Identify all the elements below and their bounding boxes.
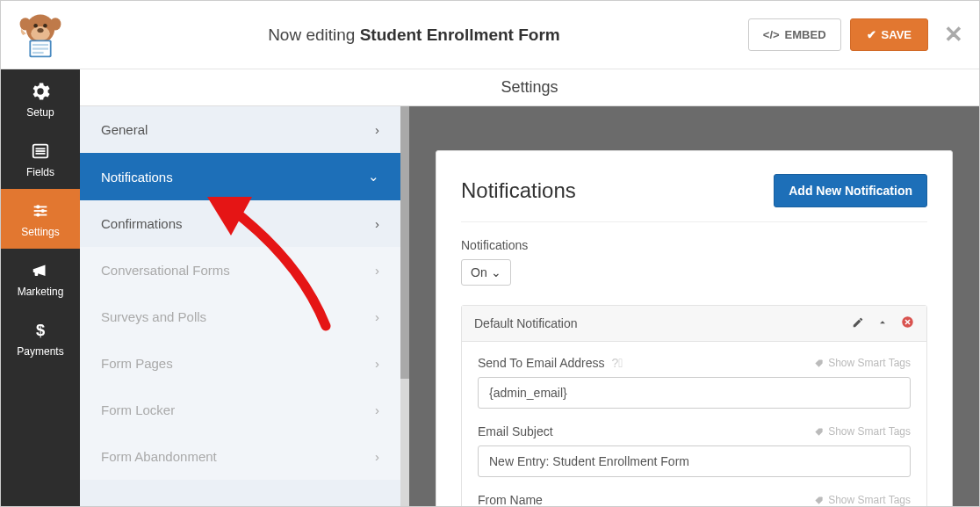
tag-icon	[814, 496, 824, 505]
scrollbar-track[interactable]	[400, 106, 409, 507]
chevron-right-icon: ›	[375, 309, 379, 324]
embed-label: EMBED	[785, 28, 826, 41]
sliders-icon	[31, 201, 50, 221]
sidenav-label: Marketing	[18, 286, 64, 298]
tag-icon	[814, 427, 824, 437]
embed-button[interactable]: </> EMBED	[748, 18, 841, 51]
send-to-label: Send To Email Address ?⃝	[478, 356, 623, 370]
notifications-panel: Notifications Add New Notification Notif…	[436, 150, 953, 507]
sidenav-item-settings[interactable]: Settings	[1, 189, 80, 249]
svg-point-6	[37, 27, 43, 32]
chevron-down-icon: ⌄	[491, 265, 501, 279]
settings-item-label: Form Locker	[101, 402, 175, 417]
settings-item-general[interactable]: General ›	[80, 106, 400, 153]
svg-point-5	[43, 23, 47, 27]
close-circle-icon	[901, 315, 914, 329]
add-notification-button[interactable]: Add New Notification	[774, 174, 927, 207]
svg-point-21	[36, 213, 40, 216]
settings-list: General › Notifications ⌄ Confirmations …	[80, 106, 400, 507]
settings-item-label: Conversational Forms	[101, 263, 230, 278]
settings-list-wrap: General › Notifications ⌄ Confirmations …	[80, 106, 409, 507]
sidenav-label: Settings	[21, 226, 59, 238]
sidenav-item-setup[interactable]: Setup	[1, 69, 80, 129]
svg-point-19	[41, 209, 45, 213]
save-button[interactable]: ✔ SAVE	[850, 18, 928, 51]
sidenav-label: Setup	[26, 106, 54, 119]
send-to-input[interactable]	[478, 377, 911, 409]
dollar-icon: $	[31, 321, 50, 340]
settings-item-label: General	[101, 122, 148, 137]
settings-item-form-abandonment[interactable]: Form Abandonment ›	[80, 433, 400, 480]
chevron-up-icon	[876, 316, 889, 329]
edit-button[interactable]	[852, 316, 864, 331]
svg-text:$: $	[36, 321, 45, 339]
content: Settings General › Notifications ⌄ Confi…	[80, 69, 979, 507]
settings-item-form-locker[interactable]: Form Locker ›	[80, 387, 400, 433]
svg-rect-10	[32, 47, 48, 49]
settings-item-form-pages[interactable]: Form Pages ›	[80, 340, 400, 387]
chevron-right-icon: ›	[375, 402, 379, 417]
smart-tags-label: Show Smart Tags	[828, 357, 911, 369]
send-to-row: Send To Email Address ?⃝ Show Smart Tags	[478, 356, 911, 409]
code-icon: </>	[763, 28, 780, 41]
subject-row: Email Subject Show Smart Tags	[478, 424, 911, 477]
sidenav-item-payments[interactable]: $ Payments	[1, 308, 80, 368]
show-smart-tags-link[interactable]: Show Smart Tags	[814, 425, 911, 438]
smart-tags-label: Show Smart Tags	[828, 494, 911, 506]
field-label-text: Send To Email Address	[478, 356, 605, 370]
panel-header: Notifications Add New Notification	[461, 174, 927, 207]
chevron-right-icon: ›	[375, 216, 379, 231]
sidenav-item-marketing[interactable]: Marketing	[1, 249, 80, 308]
content-body: General › Notifications ⌄ Confirmations …	[80, 106, 979, 507]
sidenav-item-fields[interactable]: Fields	[1, 129, 80, 189]
svg-rect-11	[32, 51, 44, 53]
settings-item-notifications[interactable]: Notifications ⌄	[80, 153, 400, 200]
chevron-right-icon: ›	[375, 122, 379, 137]
notifications-toggle[interactable]: On ⌄	[461, 259, 511, 286]
settings-item-label: Notifications	[101, 170, 173, 185]
from-name-row: From Name Show Smart Tags	[478, 493, 911, 507]
subject-input[interactable]	[478, 445, 911, 477]
check-icon: ✔	[867, 28, 876, 41]
from-name-label: From Name	[478, 493, 543, 507]
gear-icon	[31, 82, 50, 101]
svg-rect-9	[32, 43, 48, 45]
settings-item-surveys-polls[interactable]: Surveys and Polls ›	[80, 293, 400, 340]
delete-button[interactable]	[901, 315, 914, 331]
tag-icon	[814, 359, 824, 368]
settings-item-conversational-forms[interactable]: Conversational Forms ›	[80, 247, 400, 293]
main: Setup Fields Settings Marketing $ Paymen…	[1, 69, 979, 507]
panel-title: Notifications	[461, 178, 576, 203]
svg-point-17	[36, 205, 40, 208]
chevron-right-icon: ›	[375, 263, 379, 278]
notification-card-title: Default Notification	[474, 316, 578, 330]
chevron-right-icon: ›	[375, 356, 379, 371]
content-title: Settings	[80, 69, 979, 106]
settings-item-label: Form Pages	[101, 356, 173, 371]
show-smart-tags-link[interactable]: Show Smart Tags	[814, 494, 911, 506]
top-bar: Now editing Student Enrollment Form </> …	[1, 1, 979, 69]
logo	[1, 1, 80, 69]
divider	[461, 221, 927, 222]
settings-item-label: Form Abandonment	[101, 449, 217, 464]
pencil-icon	[852, 316, 864, 329]
chevron-right-icon: ›	[375, 449, 379, 464]
settings-item-label: Confirmations	[101, 216, 183, 231]
settings-item-confirmations[interactable]: Confirmations ›	[80, 200, 400, 247]
subject-label: Email Subject	[478, 424, 553, 438]
scrollbar-thumb[interactable]	[400, 106, 409, 379]
help-icon[interactable]: ?⃝	[612, 356, 623, 370]
toggle-label: Notifications	[461, 238, 927, 252]
close-button[interactable]: ✕	[944, 21, 963, 48]
sidenav-label: Fields	[26, 166, 54, 178]
sidenav-label: Payments	[17, 345, 63, 358]
collapse-button[interactable]	[876, 316, 889, 331]
wpforms-logo-icon	[17, 11, 64, 59]
show-smart-tags-link[interactable]: Show Smart Tags	[814, 357, 911, 369]
bullhorn-icon	[31, 261, 50, 280]
sidenav: Setup Fields Settings Marketing $ Paymen…	[1, 69, 80, 507]
svg-point-4	[33, 23, 38, 27]
chevron-down-icon: ⌄	[368, 169, 379, 185]
notification-card-body: Send To Email Address ?⃝ Show Smart Tags	[462, 342, 926, 507]
list-icon	[31, 141, 50, 161]
